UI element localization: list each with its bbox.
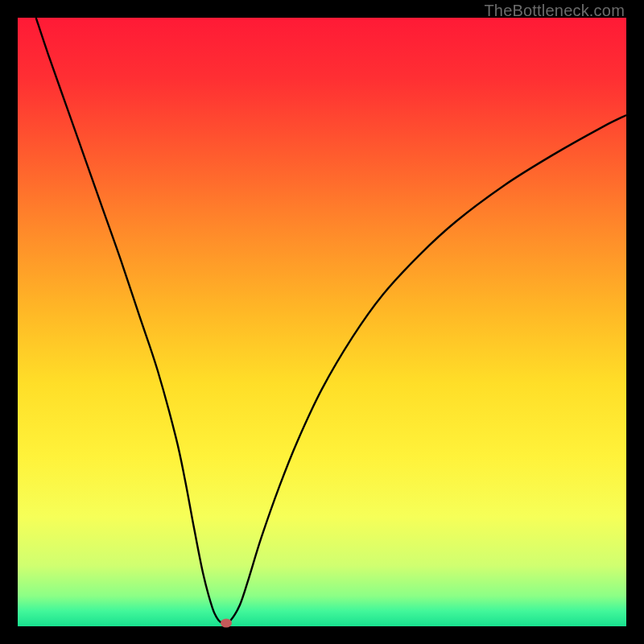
gradient-background [18, 18, 626, 626]
plot-frame [18, 18, 626, 626]
watermark: TheBottleneck.com [484, 2, 625, 20]
optimal-point-marker [221, 619, 232, 628]
svg-rect-0 [18, 18, 626, 626]
